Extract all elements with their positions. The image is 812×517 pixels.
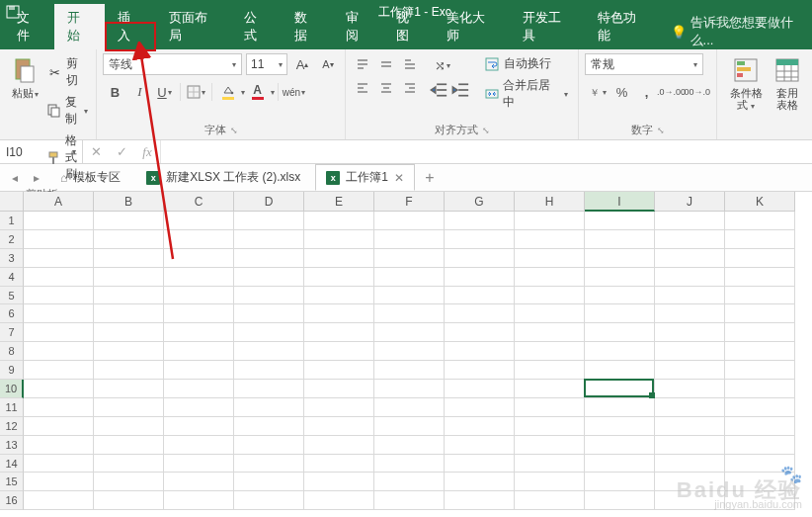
cell[interactable] — [374, 323, 445, 342]
number-format-combo[interactable]: 常规 ▾ — [585, 53, 703, 75]
cell[interactable] — [445, 230, 515, 249]
cell[interactable] — [585, 398, 655, 417]
cell[interactable] — [515, 380, 585, 398]
cell[interactable] — [445, 417, 515, 436]
cell[interactable] — [164, 380, 234, 398]
cell[interactable] — [94, 473, 164, 491]
fx-button[interactable]: fx — [134, 141, 160, 163]
column-header[interactable]: A — [24, 192, 94, 212]
cell[interactable] — [655, 249, 725, 268]
cell[interactable] — [24, 212, 94, 230]
cell[interactable] — [234, 436, 304, 455]
tab-home[interactable]: 开始 — [54, 4, 105, 49]
cell[interactable] — [374, 268, 445, 287]
copy-button[interactable]: 复制▾ — [45, 93, 90, 129]
cell[interactable] — [234, 268, 304, 287]
cell[interactable] — [94, 304, 164, 323]
cell[interactable] — [585, 436, 655, 455]
row-header[interactable]: 2 — [0, 230, 24, 249]
row-header[interactable]: 9 — [0, 361, 24, 380]
cell[interactable] — [234, 323, 304, 342]
cell[interactable] — [94, 455, 164, 474]
cell[interactable] — [94, 380, 164, 398]
cell[interactable] — [655, 455, 725, 474]
cell[interactable] — [164, 361, 234, 380]
cell[interactable] — [304, 491, 374, 510]
cell[interactable] — [655, 268, 725, 287]
cell[interactable] — [585, 417, 655, 436]
workbook-tab-1[interactable]: x 新建XLSX 工作表 (2).xlsx — [135, 164, 311, 191]
format-as-table-button[interactable]: 套用 表格 — [769, 53, 806, 113]
cut-button[interactable]: ✂ 剪切 — [45, 54, 90, 90]
cell[interactable] — [234, 212, 304, 230]
cell[interactable] — [164, 398, 234, 417]
tell-me-search[interactable]: 💡 告诉我您想要做什么... — [671, 14, 812, 49]
cell[interactable] — [234, 380, 304, 398]
cell[interactable] — [24, 249, 94, 268]
align-center-button[interactable] — [375, 77, 397, 99]
font-color-button[interactable]: A — [245, 81, 270, 103]
cell[interactable] — [164, 323, 234, 342]
cell[interactable] — [164, 342, 234, 361]
cell[interactable] — [585, 380, 655, 398]
cell[interactable] — [445, 249, 515, 268]
row-header[interactable]: 6 — [0, 304, 24, 323]
cell[interactable] — [515, 287, 585, 305]
cell[interactable] — [164, 230, 234, 249]
percent-button[interactable]: % — [609, 81, 634, 103]
cell[interactable] — [94, 436, 164, 455]
cell[interactable] — [585, 287, 655, 305]
cell[interactable] — [234, 361, 304, 380]
cell[interactable] — [655, 230, 725, 249]
cell[interactable] — [164, 473, 234, 491]
cell[interactable] — [585, 491, 655, 510]
cell[interactable] — [445, 398, 515, 417]
cell[interactable] — [24, 380, 94, 398]
cell[interactable] — [374, 287, 445, 305]
cells-area[interactable] — [24, 212, 812, 517]
cell[interactable] — [515, 473, 585, 491]
phonetic-button[interactable]: wén▾ — [282, 81, 306, 103]
align-middle-button[interactable] — [375, 53, 397, 75]
cell[interactable] — [585, 361, 655, 380]
cell[interactable] — [374, 230, 445, 249]
cell[interactable] — [515, 304, 585, 323]
tab-formulas[interactable]: 公式 — [231, 4, 282, 49]
column-header[interactable]: K — [725, 192, 795, 212]
comma-button[interactable]: , — [634, 81, 659, 103]
cell[interactable] — [94, 230, 164, 249]
align-right-button[interactable] — [399, 77, 421, 99]
workbook-tab-2[interactable]: x 工作簿1 ✕ — [315, 164, 415, 191]
cell[interactable] — [304, 455, 374, 474]
cell[interactable] — [585, 249, 655, 268]
cell[interactable] — [445, 473, 515, 491]
cell[interactable] — [655, 323, 725, 342]
cell[interactable] — [585, 473, 655, 491]
cell[interactable] — [515, 361, 585, 380]
tab-nav-prev-icon[interactable]: ◂ — [6, 169, 24, 187]
cell[interactable] — [725, 491, 795, 510]
merge-center-button[interactable]: 合并后居中▾ — [482, 76, 570, 112]
cell[interactable] — [725, 473, 795, 491]
cell[interactable] — [24, 323, 94, 342]
row-header[interactable]: 13 — [0, 436, 24, 455]
cell[interactable] — [445, 268, 515, 287]
cell[interactable] — [24, 455, 94, 474]
align-bottom-button[interactable] — [399, 53, 421, 75]
cell[interactable] — [374, 361, 445, 380]
row-header[interactable]: 3 — [0, 249, 24, 268]
cell[interactable] — [304, 268, 374, 287]
cell[interactable] — [515, 342, 585, 361]
tab-developer[interactable]: 开发工具 — [510, 4, 585, 49]
cell[interactable] — [725, 361, 795, 380]
formula-input[interactable] — [161, 140, 812, 163]
column-header[interactable]: J — [655, 192, 725, 212]
decrease-decimal-button[interactable]: .00→.0 — [684, 81, 708, 103]
row-header[interactable]: 11 — [0, 398, 24, 417]
cell[interactable] — [164, 304, 234, 323]
cell[interactable] — [24, 417, 94, 436]
cell[interactable] — [515, 230, 585, 249]
orientation-button[interactable]: ⤭▾ — [429, 54, 456, 76]
cell[interactable] — [655, 380, 725, 398]
cell[interactable] — [234, 473, 304, 491]
